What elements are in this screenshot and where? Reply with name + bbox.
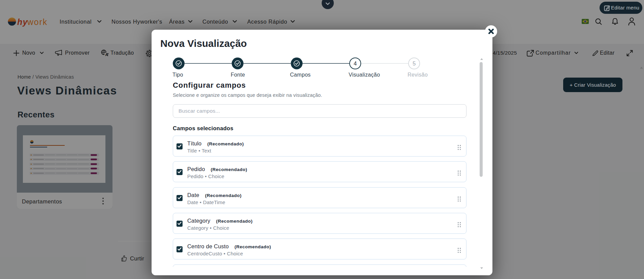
svg-text:5: 5	[413, 60, 416, 66]
svg-text:4: 4	[354, 60, 357, 66]
